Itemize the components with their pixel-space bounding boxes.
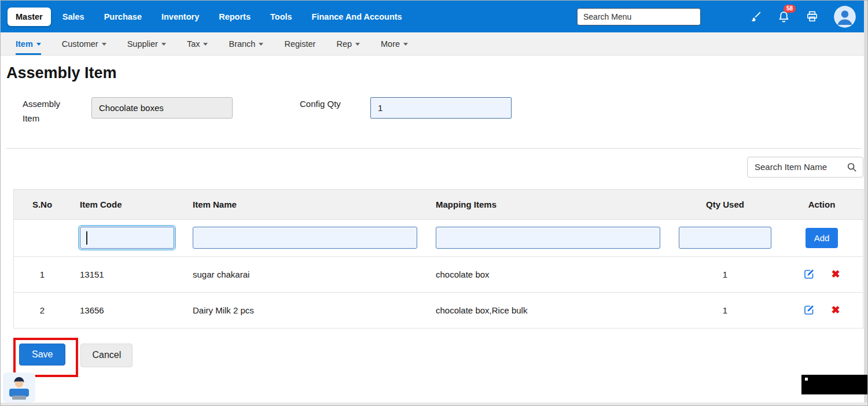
row-item-name: Dairy Milk 2 pcs [183,305,426,315]
app-window: Master Sales Purchase Inventory Reports … [0,0,868,406]
assembly-item-input[interactable] [91,97,233,119]
chevron-down-icon [102,43,106,46]
subnav-tax[interactable]: Tax [187,32,208,55]
search-icon[interactable] [847,162,857,172]
subnav-supplier-label: Supplier [127,39,158,49]
menu-search [577,8,701,25]
chevron-down-icon [355,43,360,46]
nav-sales[interactable]: Sales [54,8,93,26]
delete-icon[interactable]: ✖ [831,305,840,315]
subnav-more-label: More [381,39,400,49]
entry-item-code-wrap [71,227,183,249]
header-item-name: Item Name [183,200,426,209]
row-action-cell: ✖ [781,268,863,280]
entry-qty-used-wrap [670,227,781,249]
assembly-item-label: Assembly Item [23,97,65,126]
row-qty-used: 1 [670,305,781,315]
table-entry-row: Add [14,220,863,257]
entry-qty-used-input[interactable] [679,227,771,249]
nav-tools[interactable]: Tools [262,8,300,26]
row-qty-used: 1 [670,270,781,279]
header-qty-used: Qty Used [670,200,781,209]
edit-icon[interactable] [803,268,815,280]
master-sub-navigation: Item Customer Supplier Tax Branch Regist… [1,32,867,56]
minimized-widget[interactable] [801,375,867,394]
save-button[interactable]: Save [19,344,65,366]
bottom-edge [1,403,867,405]
entry-item-code-input[interactable] [80,227,174,249]
row-item-name: sugar chakarai [183,270,426,279]
table-header-row: S.No Item Code Item Name Mapping Items Q… [14,190,863,220]
chevron-down-icon [36,43,41,46]
nav-reports[interactable]: Reports [211,8,259,26]
nav-purchase[interactable]: Purchase [96,8,150,26]
row-item-code: 13656 [71,305,183,315]
text-caret [86,231,87,245]
subnav-register[interactable]: Register [284,32,315,55]
edit-icon[interactable] [803,304,815,316]
row-mapping-items: chocolate box [426,270,670,279]
add-button[interactable]: Add [806,228,838,248]
topbar-icons: 58 [749,6,860,28]
header-action: Action [781,200,863,209]
header-mapping-items: Mapping Items [426,200,670,209]
user-avatar[interactable] [834,6,856,28]
chevron-down-icon [203,43,208,46]
bell-icon[interactable]: 58 [777,10,790,23]
entry-action-cell: Add [781,228,863,248]
row-action-cell: ✖ [781,304,863,316]
subnav-item[interactable]: Item [16,32,41,55]
config-qty-label: Config Qty [300,97,347,112]
section-divider [6,148,862,149]
widget-dot [805,378,808,381]
red-annotation-box: Save [13,338,78,377]
support-chat-widget[interactable] [3,372,35,403]
subnav-register-label: Register [284,39,315,49]
item-search-input[interactable] [753,161,847,172]
config-qty-input[interactable] [370,97,512,119]
nav-master[interactable]: Master [8,8,51,26]
header-sno: S.No [14,200,71,209]
assembly-form: Assembly Item Config Qty [23,97,867,126]
entry-item-name-wrap [183,227,426,249]
subnav-more[interactable]: More [381,32,408,55]
subnav-rep[interactable]: Rep [336,32,360,55]
header-item-code: Item Code [71,200,183,209]
item-search-row [1,157,863,178]
row-item-code: 13151 [71,270,183,279]
printer-icon[interactable] [806,10,819,23]
item-search-box [747,157,863,178]
subnav-rep-label: Rep [336,39,352,49]
nav-finance-and-accounts[interactable]: Finance And Accounts [304,8,410,26]
row-mapping-items: chocolate box,Rice bulk [426,305,670,315]
row-sno: 1 [14,270,71,279]
entry-mapping-items-wrap [426,227,670,249]
notification-badge: 58 [784,5,796,13]
subnav-item-label: Item [16,39,33,49]
subnav-tax-label: Tax [187,39,200,49]
entry-item-name-input[interactable] [193,227,417,249]
subnav-customer-label: Customer [62,39,98,49]
brush-icon[interactable] [749,10,762,23]
entry-mapping-items-input[interactable] [436,227,660,249]
menu-search-input[interactable] [577,8,701,25]
chevron-down-icon [403,43,408,46]
page-title: Assembly Item [6,64,867,82]
row-sno: 2 [14,305,71,315]
subnav-branch-label: Branch [229,39,255,49]
footer-actions: Save Cancel [13,338,867,377]
subnav-supplier[interactable]: Supplier [127,32,166,55]
chevron-down-icon [161,43,166,46]
cancel-button[interactable]: Cancel [80,344,133,367]
assembly-items-table: S.No Item Code Item Name Mapping Items Q… [13,189,863,329]
chevron-down-icon [259,43,263,46]
top-navigation-bar: Master Sales Purchase Inventory Reports … [1,1,867,32]
scrollbar-track[interactable] [864,1,867,405]
table-row: 1 13151 sugar chakarai chocolate box 1 ✖ [14,257,863,293]
subnav-branch[interactable]: Branch [229,32,263,55]
subnav-customer[interactable]: Customer [62,32,106,55]
nav-inventory[interactable]: Inventory [153,8,207,26]
delete-icon[interactable]: ✖ [831,269,840,279]
table-row: 2 13656 Dairy Milk 2 pcs chocolate box,R… [14,293,863,329]
